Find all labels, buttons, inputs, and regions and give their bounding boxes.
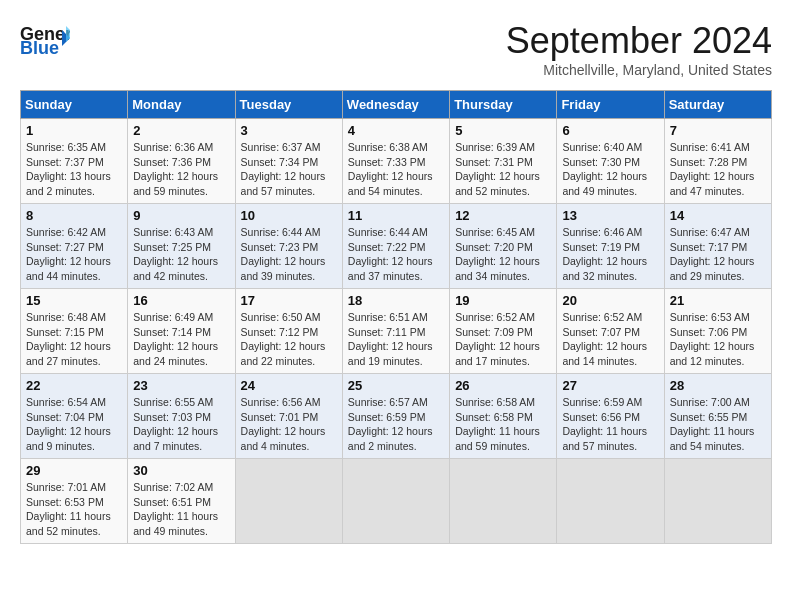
calendar-row: 8 Sunrise: 6:42 AMSunset: 7:27 PMDayligh… <box>21 204 772 289</box>
calendar-row: 15 Sunrise: 6:48 AMSunset: 7:15 PMDaylig… <box>21 289 772 374</box>
cell-info: Sunrise: 7:01 AMSunset: 6:53 PMDaylight:… <box>26 481 111 537</box>
cell-info: Sunrise: 6:38 AMSunset: 7:33 PMDaylight:… <box>348 141 433 197</box>
calendar-cell: 2 Sunrise: 6:36 AMSunset: 7:36 PMDayligh… <box>128 119 235 204</box>
cell-info: Sunrise: 6:56 AMSunset: 7:01 PMDaylight:… <box>241 396 326 452</box>
cell-info: Sunrise: 6:58 AMSunset: 6:58 PMDaylight:… <box>455 396 540 452</box>
cell-info: Sunrise: 6:44 AMSunset: 7:22 PMDaylight:… <box>348 226 433 282</box>
svg-text:Blue: Blue <box>20 38 59 56</box>
cell-info: Sunrise: 6:44 AMSunset: 7:23 PMDaylight:… <box>241 226 326 282</box>
calendar-cell <box>235 459 342 544</box>
calendar-cell: 3 Sunrise: 6:37 AMSunset: 7:34 PMDayligh… <box>235 119 342 204</box>
calendar-cell <box>664 459 771 544</box>
day-number: 9 <box>133 208 229 223</box>
calendar-cell: 12 Sunrise: 6:45 AMSunset: 7:20 PMDaylig… <box>450 204 557 289</box>
day-number: 24 <box>241 378 337 393</box>
calendar-cell: 7 Sunrise: 6:41 AMSunset: 7:28 PMDayligh… <box>664 119 771 204</box>
calendar-row: 29 Sunrise: 7:01 AMSunset: 6:53 PMDaylig… <box>21 459 772 544</box>
col-wednesday: Wednesday <box>342 91 449 119</box>
day-number: 28 <box>670 378 766 393</box>
day-number: 22 <box>26 378 122 393</box>
logo-icon: General Blue <box>20 20 70 56</box>
cell-info: Sunrise: 6:55 AMSunset: 7:03 PMDaylight:… <box>133 396 218 452</box>
cell-info: Sunrise: 6:37 AMSunset: 7:34 PMDaylight:… <box>241 141 326 197</box>
calendar-body: 1 Sunrise: 6:35 AMSunset: 7:37 PMDayligh… <box>21 119 772 544</box>
calendar-cell: 22 Sunrise: 6:54 AMSunset: 7:04 PMDaylig… <box>21 374 128 459</box>
cell-info: Sunrise: 6:51 AMSunset: 7:11 PMDaylight:… <box>348 311 433 367</box>
calendar-cell: 13 Sunrise: 6:46 AMSunset: 7:19 PMDaylig… <box>557 204 664 289</box>
cell-info: Sunrise: 6:36 AMSunset: 7:36 PMDaylight:… <box>133 141 218 197</box>
calendar-cell: 14 Sunrise: 6:47 AMSunset: 7:17 PMDaylig… <box>664 204 771 289</box>
cell-info: Sunrise: 6:59 AMSunset: 6:56 PMDaylight:… <box>562 396 647 452</box>
cell-info: Sunrise: 6:52 AMSunset: 7:07 PMDaylight:… <box>562 311 647 367</box>
day-number: 14 <box>670 208 766 223</box>
day-number: 16 <box>133 293 229 308</box>
calendar-cell: 26 Sunrise: 6:58 AMSunset: 6:58 PMDaylig… <box>450 374 557 459</box>
calendar-cell <box>342 459 449 544</box>
day-number: 25 <box>348 378 444 393</box>
day-number: 7 <box>670 123 766 138</box>
location: Mitchellville, Maryland, United States <box>506 62 772 78</box>
calendar-row: 1 Sunrise: 6:35 AMSunset: 7:37 PMDayligh… <box>21 119 772 204</box>
cell-info: Sunrise: 6:41 AMSunset: 7:28 PMDaylight:… <box>670 141 755 197</box>
day-number: 17 <box>241 293 337 308</box>
col-friday: Friday <box>557 91 664 119</box>
cell-info: Sunrise: 6:48 AMSunset: 7:15 PMDaylight:… <box>26 311 111 367</box>
calendar-cell: 6 Sunrise: 6:40 AMSunset: 7:30 PMDayligh… <box>557 119 664 204</box>
calendar-cell: 10 Sunrise: 6:44 AMSunset: 7:23 PMDaylig… <box>235 204 342 289</box>
calendar-cell: 16 Sunrise: 6:49 AMSunset: 7:14 PMDaylig… <box>128 289 235 374</box>
calendar-cell: 9 Sunrise: 6:43 AMSunset: 7:25 PMDayligh… <box>128 204 235 289</box>
cell-info: Sunrise: 6:53 AMSunset: 7:06 PMDaylight:… <box>670 311 755 367</box>
calendar-cell <box>557 459 664 544</box>
cell-info: Sunrise: 6:54 AMSunset: 7:04 PMDaylight:… <box>26 396 111 452</box>
day-number: 12 <box>455 208 551 223</box>
cell-info: Sunrise: 6:35 AMSunset: 7:37 PMDaylight:… <box>26 141 111 197</box>
col-saturday: Saturday <box>664 91 771 119</box>
month-title: September 2024 <box>506 20 772 62</box>
cell-info: Sunrise: 6:46 AMSunset: 7:19 PMDaylight:… <box>562 226 647 282</box>
calendar-cell: 1 Sunrise: 6:35 AMSunset: 7:37 PMDayligh… <box>21 119 128 204</box>
cell-info: Sunrise: 6:43 AMSunset: 7:25 PMDaylight:… <box>133 226 218 282</box>
calendar-cell: 30 Sunrise: 7:02 AMSunset: 6:51 PMDaylig… <box>128 459 235 544</box>
day-number: 20 <box>562 293 658 308</box>
calendar-cell: 8 Sunrise: 6:42 AMSunset: 7:27 PMDayligh… <box>21 204 128 289</box>
calendar-cell: 24 Sunrise: 6:56 AMSunset: 7:01 PMDaylig… <box>235 374 342 459</box>
day-number: 27 <box>562 378 658 393</box>
cell-info: Sunrise: 6:45 AMSunset: 7:20 PMDaylight:… <box>455 226 540 282</box>
calendar-cell: 23 Sunrise: 6:55 AMSunset: 7:03 PMDaylig… <box>128 374 235 459</box>
day-number: 3 <box>241 123 337 138</box>
calendar-cell <box>450 459 557 544</box>
cell-info: Sunrise: 7:00 AMSunset: 6:55 PMDaylight:… <box>670 396 755 452</box>
day-number: 18 <box>348 293 444 308</box>
calendar-cell: 18 Sunrise: 6:51 AMSunset: 7:11 PMDaylig… <box>342 289 449 374</box>
day-number: 19 <box>455 293 551 308</box>
calendar-cell: 5 Sunrise: 6:39 AMSunset: 7:31 PMDayligh… <box>450 119 557 204</box>
calendar-cell: 21 Sunrise: 6:53 AMSunset: 7:06 PMDaylig… <box>664 289 771 374</box>
cell-info: Sunrise: 7:02 AMSunset: 6:51 PMDaylight:… <box>133 481 218 537</box>
logo: General Blue <box>20 20 70 56</box>
day-number: 4 <box>348 123 444 138</box>
calendar-cell: 29 Sunrise: 7:01 AMSunset: 6:53 PMDaylig… <box>21 459 128 544</box>
day-number: 30 <box>133 463 229 478</box>
col-monday: Monday <box>128 91 235 119</box>
cell-info: Sunrise: 6:52 AMSunset: 7:09 PMDaylight:… <box>455 311 540 367</box>
day-number: 2 <box>133 123 229 138</box>
day-number: 11 <box>348 208 444 223</box>
day-number: 26 <box>455 378 551 393</box>
day-number: 13 <box>562 208 658 223</box>
calendar-cell: 27 Sunrise: 6:59 AMSunset: 6:56 PMDaylig… <box>557 374 664 459</box>
cell-info: Sunrise: 6:57 AMSunset: 6:59 PMDaylight:… <box>348 396 433 452</box>
calendar-cell: 20 Sunrise: 6:52 AMSunset: 7:07 PMDaylig… <box>557 289 664 374</box>
calendar-cell: 19 Sunrise: 6:52 AMSunset: 7:09 PMDaylig… <box>450 289 557 374</box>
day-number: 10 <box>241 208 337 223</box>
day-number: 23 <box>133 378 229 393</box>
col-thursday: Thursday <box>450 91 557 119</box>
col-sunday: Sunday <box>21 91 128 119</box>
cell-info: Sunrise: 6:47 AMSunset: 7:17 PMDaylight:… <box>670 226 755 282</box>
day-number: 6 <box>562 123 658 138</box>
day-number: 21 <box>670 293 766 308</box>
calendar-row: 22 Sunrise: 6:54 AMSunset: 7:04 PMDaylig… <box>21 374 772 459</box>
day-number: 1 <box>26 123 122 138</box>
cell-info: Sunrise: 6:49 AMSunset: 7:14 PMDaylight:… <box>133 311 218 367</box>
cell-info: Sunrise: 6:42 AMSunset: 7:27 PMDaylight:… <box>26 226 111 282</box>
day-number: 5 <box>455 123 551 138</box>
